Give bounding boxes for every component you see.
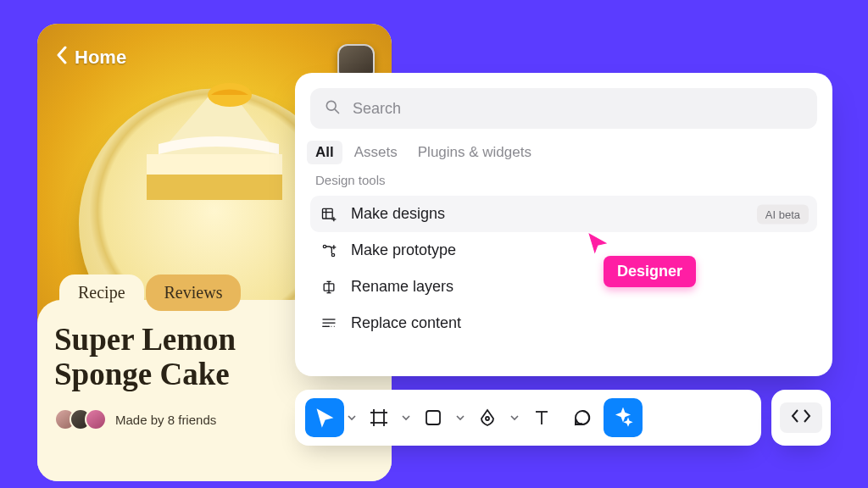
- chevron-left-icon: [56, 46, 68, 69]
- filter-tab-plugins[interactable]: Plugins & widgets: [418, 144, 531, 161]
- replace-content-icon: [320, 315, 337, 332]
- design-toolbar: [295, 390, 761, 446]
- code-icon: [790, 408, 812, 428]
- svg-point-12: [323, 245, 326, 247]
- svg-point-13: [331, 253, 334, 256]
- tab-recipe[interactable]: Recipe: [59, 274, 144, 311]
- svg-point-29: [486, 417, 489, 420]
- ai-beta-badge: AI beta: [757, 204, 809, 224]
- action-label: Make designs: [351, 205, 445, 223]
- action-label: Replace content: [351, 314, 461, 332]
- svg-marker-1: [147, 175, 282, 200]
- dev-mode-button[interactable]: [771, 390, 831, 446]
- search-icon: [324, 98, 341, 119]
- filter-tab-assets[interactable]: Assets: [354, 144, 398, 161]
- tool-frame[interactable]: [359, 398, 398, 437]
- action-make-designs[interactable]: Make designs AI beta: [310, 196, 817, 232]
- action-make-prototype[interactable]: Make prototype: [310, 232, 817, 269]
- tool-move-caret[interactable]: [346, 398, 358, 437]
- action-replace-content[interactable]: Replace content: [310, 305, 817, 341]
- section-label: Design tools: [310, 169, 817, 192]
- action-list: Make designs AI beta Make prototype Rena…: [310, 196, 817, 341]
- tool-shape-caret[interactable]: [454, 398, 466, 437]
- svg-marker-2: [147, 154, 282, 175]
- make-prototype-icon: [320, 242, 337, 259]
- tool-pen[interactable]: [468, 398, 507, 437]
- svg-rect-28: [426, 411, 440, 424]
- action-rename-layers[interactable]: Rename layers: [310, 269, 817, 305]
- tool-shape[interactable]: [414, 398, 453, 437]
- search-placeholder: Search: [353, 100, 401, 118]
- action-label: Make prototype: [351, 241, 456, 259]
- svg-line-6: [335, 109, 338, 113]
- filter-tabs: All Assets Plugins & widgets: [310, 129, 817, 169]
- tool-move[interactable]: [305, 398, 344, 437]
- made-by-text: Made by 8 friends: [115, 413, 216, 427]
- rename-layers-icon: [320, 279, 337, 296]
- search-input[interactable]: Search: [310, 88, 817, 129]
- tab-reviews[interactable]: Reviews: [146, 274, 242, 311]
- back-label: Home: [75, 47, 126, 69]
- tool-frame-caret[interactable]: [400, 398, 412, 437]
- action-label: Rename layers: [351, 278, 453, 296]
- collaborator-label: Designer: [604, 256, 696, 287]
- make-designs-icon: [320, 206, 337, 223]
- friend-avatars: [54, 408, 107, 430]
- back-home-button[interactable]: Home: [56, 46, 126, 69]
- actions-panel: Search All Assets Plugins & widgets Desi…: [295, 73, 832, 376]
- svg-point-5: [326, 101, 336, 110]
- svg-rect-7: [323, 208, 333, 219]
- tool-text[interactable]: [522, 398, 561, 437]
- collaborator-cursor-icon: [587, 232, 609, 254]
- filter-tab-all[interactable]: All: [307, 141, 342, 164]
- tool-comment[interactable]: [563, 398, 602, 437]
- tool-ai[interactable]: [604, 398, 643, 437]
- tool-pen-caret[interactable]: [509, 398, 520, 437]
